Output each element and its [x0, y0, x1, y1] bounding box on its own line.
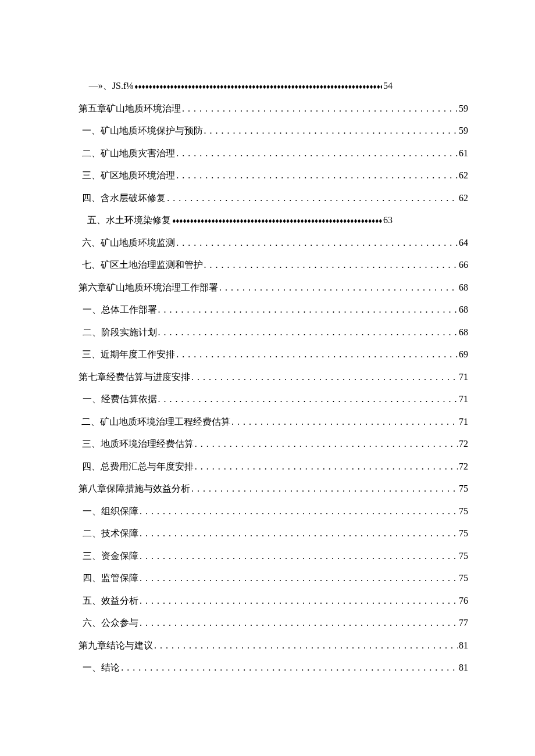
toc-label: 一、总体工作部署 — [83, 305, 157, 314]
toc-label: 一、组织保障 — [83, 507, 138, 516]
toc-entry: 四、含水层破坏修复62 — [79, 194, 468, 203]
toc-label: 三、近期年度工作安排 — [82, 350, 175, 359]
toc-leader — [176, 238, 458, 248]
toc-label: 二、技术保障 — [83, 529, 138, 538]
toc-label: 七、矿区土地治理监测和管护 — [82, 260, 203, 270]
toc-leader — [140, 507, 458, 516]
toc-entry: 四、总费用汇总与年度安排72 — [79, 462, 468, 471]
toc-leader — [158, 305, 458, 314]
toc-label: 四、含水层破坏修复 — [82, 194, 166, 203]
toc-page-number: 68 — [459, 305, 468, 314]
toc-leader — [158, 328, 458, 337]
toc-page-number: 75 — [459, 484, 468, 493]
toc-page-number: 63 — [383, 216, 393, 225]
toc-entry: 三、资金保障75 — [79, 551, 468, 561]
toc-page-number: 68 — [459, 328, 468, 337]
toc-leader — [191, 372, 458, 382]
toc-label: 四、总费用汇总与年度安排 — [82, 462, 194, 471]
toc-label: 五、水土环境染修复 — [87, 216, 171, 225]
toc-entry: 三、近期年度工作安排69 — [79, 350, 468, 359]
toc-label: 六、公众参与 — [83, 618, 138, 628]
toc-entry: 二、阶段实施计划68 — [79, 328, 468, 337]
toc-leader — [204, 260, 458, 270]
toc-label: 一、结论 — [83, 663, 120, 672]
toc-label: 三、资金保障 — [83, 551, 138, 561]
toc-leader — [182, 104, 458, 113]
toc-leader — [140, 618, 458, 628]
toc-page-number: 75 — [459, 507, 468, 516]
toc-entry: 一、经费估算依据71 — [79, 395, 468, 404]
toc-leader — [134, 81, 382, 91]
toc-page-number: 81 — [459, 641, 468, 650]
toc-label: 五、效益分析 — [83, 596, 138, 605]
toc-leader — [140, 529, 458, 538]
toc-page-number: 71 — [459, 395, 468, 404]
toc-page-number: 59 — [459, 126, 468, 135]
toc-entry: 二、技术保障75 — [79, 529, 468, 538]
toc-label: 一、经费估算依据 — [83, 395, 157, 404]
toc-leader — [176, 149, 458, 158]
toc-entry: 六、矿山地质环境监测64 — [79, 238, 468, 248]
toc-leader — [158, 395, 458, 404]
toc-entry: 三、矿区地质环境治理62 — [79, 171, 468, 180]
toc-label: 第八章保障措施与效益分析 — [79, 484, 190, 493]
toc-leader — [121, 663, 458, 672]
toc-leader — [172, 216, 382, 225]
toc-page-number: 66 — [459, 260, 468, 270]
toc-leader — [219, 283, 458, 292]
toc-label: 六、矿山地质环境监测 — [82, 238, 175, 248]
toc-leader — [140, 596, 458, 605]
toc-page-number: 75 — [459, 574, 468, 583]
toc-leader — [195, 462, 458, 471]
toc-entry: 六、公众参与77 — [79, 618, 468, 628]
toc-label: 第七章经费估算与进度安排 — [79, 372, 190, 382]
toc-leader — [231, 417, 458, 427]
toc-page-number: 62 — [459, 194, 468, 203]
toc-entry: 五、水土环境染修复63 — [79, 216, 468, 225]
toc-label: 一、矿山地质环境保护与预防 — [82, 126, 203, 135]
table-of-contents: —»、JS.f⅛54第五章矿山地质环境治理59一、矿山地质环境保护与预防59二、… — [79, 81, 468, 672]
toc-entry: 二、矿山地质环境治理工程经费估算71 — [79, 417, 468, 427]
toc-label: —»、JS.f⅛ — [89, 81, 133, 91]
toc-leader — [204, 126, 458, 135]
toc-label: 二、矿山地质环境治理工程经费估算 — [81, 417, 230, 427]
toc-label: 四、监管保障 — [83, 574, 138, 583]
toc-entry: 一、组织保障75 — [79, 507, 468, 516]
toc-page-number: 61 — [459, 149, 468, 158]
toc-label: 第九章结论与建议 — [79, 641, 153, 650]
toc-page-number: 69 — [459, 350, 468, 359]
toc-page-number: 81 — [459, 663, 468, 672]
toc-entry: 第八章保障措施与效益分析75 — [79, 484, 468, 493]
toc-entry: 五、效益分析76 — [79, 596, 468, 605]
toc-entry: 第六章矿山地质环境治理工作部署68 — [79, 283, 468, 292]
toc-leader — [140, 551, 458, 561]
toc-leader — [140, 574, 458, 583]
toc-leader — [154, 641, 458, 650]
toc-leader — [176, 171, 458, 180]
toc-page-number: 72 — [459, 462, 468, 471]
toc-entry: 七、矿区土地治理监测和管护66 — [79, 260, 468, 270]
document-page: —»、JS.f⅛54第五章矿山地质环境治理59一、矿山地质环境保护与预防59二、… — [0, 0, 535, 756]
toc-leader — [191, 484, 458, 493]
toc-page-number: 71 — [459, 372, 468, 382]
toc-page-number: 77 — [459, 618, 468, 628]
toc-entry: 第五章矿山地质环境治理59 — [79, 104, 468, 113]
toc-label: 第五章矿山地质环境治理 — [79, 104, 181, 113]
toc-page-number: 68 — [459, 283, 468, 292]
toc-page-number: 64 — [459, 238, 468, 248]
toc-page-number: 76 — [459, 596, 468, 605]
toc-label: 二、阶段实施计划 — [83, 328, 157, 337]
toc-page-number: 75 — [459, 551, 468, 561]
toc-page-number: 75 — [459, 529, 468, 538]
toc-entry: 一、矿山地质环境保护与预防59 — [79, 126, 468, 135]
toc-label: 三、地质环境治理经费估算 — [82, 439, 194, 449]
toc-page-number: 62 — [459, 171, 468, 180]
toc-page-number: 59 — [459, 104, 468, 113]
toc-leader — [167, 194, 458, 203]
toc-page-number: 72 — [459, 439, 468, 449]
toc-entry: 三、地质环境治理经费估算72 — [79, 439, 468, 449]
toc-label: 第六章矿山地质环境治理工作部署 — [79, 283, 218, 292]
toc-entry: 一、结论81 — [79, 663, 468, 672]
toc-label: 三、矿区地质环境治理 — [82, 171, 175, 180]
toc-entry: —»、JS.f⅛54 — [79, 81, 468, 91]
